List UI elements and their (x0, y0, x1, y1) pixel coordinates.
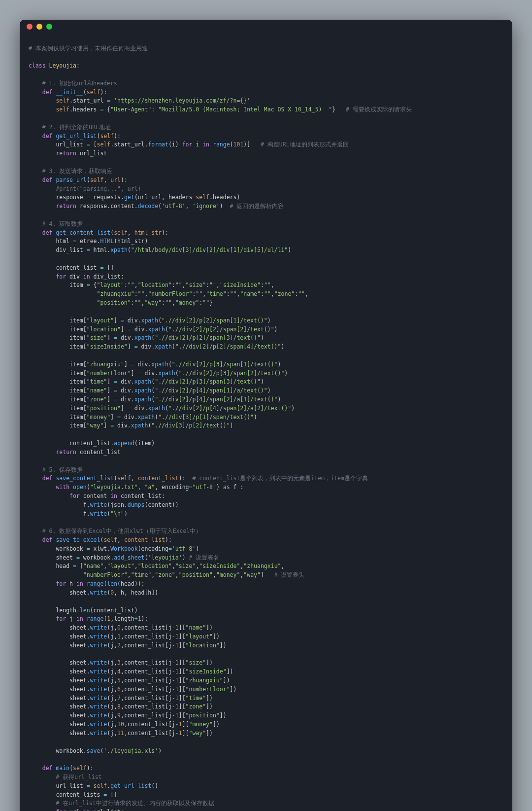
code-line: return content_list (29, 449, 121, 456)
code-line: url_list = [self.start_url.format(i) for… (29, 141, 349, 148)
code-line: for div in div_list: (29, 273, 124, 280)
maximize-icon[interactable] (46, 24, 52, 30)
code-line: item["location"] = div.xpath(".//div[2]/… (29, 326, 278, 333)
code-line: content_lists = [] (29, 791, 117, 798)
code-line: def main(self): (29, 765, 94, 772)
code-line: item["zone"] = div.xpath(".//div[2]/p[4]… (29, 396, 281, 403)
code-line: sheet.write(j,9,content_list[j-1]["posit… (29, 712, 227, 719)
code-window: # 本案例仅供学习使用，未用作任何商业用途 class Leyoujia: # … (20, 20, 512, 811)
code-line: content_list.append(item) (29, 440, 155, 447)
code-line: # 4. 获取数据 (29, 220, 83, 227)
code-line: workbook = xlwt.Workbook(encoding='utf-8… (29, 545, 199, 552)
code-line: sheet.write(j,10,content_list[j-1]["mone… (29, 721, 220, 728)
code-line: f.write(json.dumps(content)) (29, 501, 179, 508)
code-line: # 本案例仅供学习使用，未用作任何商业用途 (29, 45, 148, 52)
minimize-icon[interactable] (36, 24, 42, 30)
code-line: sheet.write(j,8,content_list[j-1]["zone"… (29, 703, 213, 710)
code-line: item["name"] = div.xpath(".//div[2]/p[4]… (29, 387, 271, 394)
code-line: self.headers = {"User-Agent": "Mozilla/5… (29, 106, 412, 113)
code-line: item["size"] = div.xpath(".//div[2]/p[2]… (29, 334, 264, 341)
titlebar (20, 20, 512, 34)
code-line: def save_to_excel(self, content_list): (29, 536, 172, 543)
code-line: html = etree.HTML(html_str) (29, 238, 148, 245)
code-line: content_list = [] (29, 264, 114, 271)
code-line: div_list = html.xpath("/html/body/div[3]… (29, 247, 291, 253)
code-line: def parse_url(self, url): (29, 176, 128, 183)
code-line: return response.content.decode('utf-8', … (29, 203, 284, 210)
code-line: def __init__(self): (29, 89, 107, 96)
code-line: item = {"layout":"","location":"","size"… (29, 282, 274, 288)
code-line: workbook.save('./leyoujia.xls') (29, 747, 162, 754)
code-line: item["layout"] = div.xpath(".//div[2]/p[… (29, 317, 271, 324)
code-line: "position":"","way":"","money":""} (29, 299, 213, 306)
code-line: sheet.write(j,1,content_list[j-1]["layou… (29, 633, 220, 640)
code-line: for j in range(1,length+1): (29, 615, 148, 622)
code-line: sheet.write(j,0,content_list[j-1]["name"… (29, 624, 213, 631)
code-line: # 在url_list中进行请求的发送、内容的获取以及保存数据 (29, 800, 214, 807)
code-line: sheet.write(j,3,content_list[j-1]["size"… (29, 659, 213, 666)
code-editor[interactable]: # 本案例仅供学习使用，未用作任何商业用途 class Leyoujia: # … (20, 39, 512, 811)
code-line: return url_list (29, 150, 107, 157)
code-line: item["time"] = div.xpath(".//div[2]/p[3]… (29, 378, 264, 385)
code-line: # 获得url_list (29, 774, 102, 780)
code-line: head = ["name","layout","location","size… (29, 563, 284, 569)
code-line: item["numberFloor"] = div.xpath(".//div[… (29, 370, 288, 377)
code-line: sheet.write(j,2,content_list[j-1]["locat… (29, 642, 227, 649)
code-line: sheet.write(j,6,content_list[j-1]["numbe… (29, 686, 236, 693)
code-line: item["position"] = div.xpath(".//div[2]/… (29, 405, 295, 412)
code-line: response = requests.get(url=url, headers… (29, 194, 240, 201)
code-line: sheet.write(j,7,content_list[j-1]["time"… (29, 695, 213, 702)
code-line: sheet.write(j,5,content_list[j-1]["zhuan… (29, 677, 230, 684)
code-line: sheet.write(j,11,content_list[j-1]["way"… (29, 730, 213, 737)
code-line: class Leyoujia: (29, 62, 80, 69)
code-line: item["zhuangxiu"] = div.xpath(".//div[2]… (29, 361, 281, 368)
code-line: sheet.write(0, h, head[h]) (29, 589, 158, 596)
code-line: # 3. 发送请求，获取响应 (29, 168, 112, 175)
code-line: url_list = self.get_url_list() (29, 782, 158, 789)
code-line: def get_content_list(self, html_str): (29, 229, 168, 236)
code-line: # 5. 保存数据 (29, 466, 83, 473)
code-line: "zhuangxiu":"","numberFloor":"","time":"… (29, 290, 308, 297)
code-line: with open("leyoujia.txt", "a", encoding=… (29, 484, 243, 491)
code-line: def get_url_list(self): (29, 133, 121, 140)
code-line: for content in content_list: (29, 493, 165, 499)
code-line: length=len(content_list) (29, 607, 138, 614)
code-line: for url in url_list: (29, 809, 124, 811)
code-line: f.write("\n") (29, 510, 128, 517)
close-icon[interactable] (27, 24, 33, 30)
code-line: item["money"] = div.xpath(".//div[3]/p[1… (29, 414, 257, 421)
code-line: item["way"] = div.xpath(".//div[3]/p[2]/… (29, 422, 233, 429)
code-line: def save_content_list(self, content_list… (29, 475, 368, 482)
code-line: sheet.write(j,4,content_list[j-1]["sizeI… (29, 668, 233, 675)
code-line: # 6. 数据保存到Excel中，使用xlwt（用于写入Excel中） (29, 528, 201, 534)
code-line: self.start_url = 'https://shenzhen.leyou… (29, 97, 250, 104)
code-line: "numberFloor","time","zone","position","… (29, 571, 304, 578)
code-line: #print("parsing...", url) (29, 185, 141, 192)
code-line: for h in range(len(head)): (29, 580, 144, 587)
code-line: sheet = workbook.add_sheet('leyoujia') #… (29, 554, 219, 561)
code-line: # 2. 得到全部的URL地址 (29, 124, 111, 131)
code-line: # 1. 初始化url和headers (29, 80, 117, 87)
code-line: item["sizeInside"] = div.xpath(".//div[2… (29, 343, 284, 350)
